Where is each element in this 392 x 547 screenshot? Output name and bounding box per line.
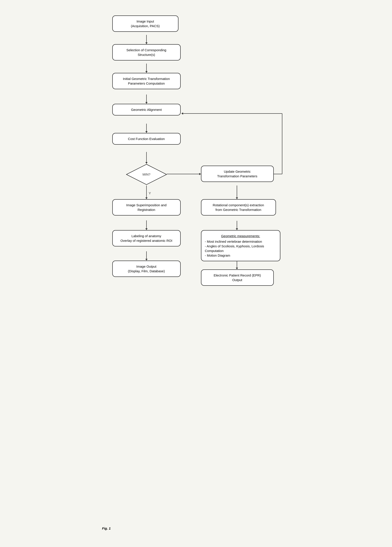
box-initial-geo: Initial Geometric Transformation Paramet… (112, 73, 181, 89)
svg-marker-17 (145, 198, 148, 199)
box-geo-alignment-line1: Geometric Alignment (131, 108, 162, 111)
svg-marker-24 (236, 198, 238, 199)
svg-marker-26 (236, 228, 238, 230)
svg-marker-5 (145, 102, 148, 104)
svg-marker-20 (145, 228, 148, 230)
box-update-geo-line2: Transformation Parameters (217, 174, 257, 178)
box-epr-output: Electronic Patient Record (EPR) Output (201, 269, 274, 286)
svg-marker-1 (145, 42, 148, 44)
svg-text:Y: Y (149, 191, 151, 195)
svg-text:MIN?: MIN? (142, 172, 150, 176)
svg-marker-7 (145, 131, 148, 133)
box-selection: Selection of Corresponding Structure(s) (112, 44, 181, 61)
flowchart: Y Image Input (Acquisition, PACS) (101, 9, 291, 521)
box-rotational-line1: Rotational component(s) extraction (213, 203, 264, 207)
fig-caption: Fig. 1 (101, 526, 291, 530)
box-image-input: Image Input (Acquisition, PACS) (112, 15, 179, 32)
box-superimposition-line1: Image Superimposition and (126, 203, 166, 207)
box-image-input-line2: (Acquisition, PACS) (131, 24, 160, 28)
box-geo-measurements: Geometric measurements: - Most inclined … (201, 230, 280, 261)
box-geo-alignment: Geometric Alignment (112, 104, 181, 116)
box-image-output-line2: (Display, Film, Database) (128, 269, 165, 273)
box-selection-line2: Structure(s) (138, 53, 155, 56)
box-initial-geo-line1: Initial Geometric Transformation (123, 77, 170, 81)
box-geo-measurements-line0: Geometric measurements: (221, 234, 260, 238)
box-rotational-line2: from Geometric Transformation (216, 208, 261, 212)
svg-marker-22 (145, 259, 148, 260)
box-superimposition: Image Superimposition and Registration (112, 199, 181, 216)
box-initial-geo-line2: Parameters Computation (128, 82, 165, 85)
svg-marker-15 (181, 112, 183, 115)
svg-marker-28 (236, 268, 238, 269)
svg-marker-11 (199, 173, 201, 175)
diagram-container: Y Image Input (Acquisition, PACS) (101, 9, 291, 530)
box-rotational: Rotational component(s) extraction from … (201, 199, 276, 216)
box-cost-function: Cost Function Evaluation (112, 133, 181, 145)
box-labeling: Labeling of anatomy Overlay of registere… (112, 230, 181, 246)
box-update-geo: Update Geometric Transformation Paramete… (201, 166, 274, 182)
box-update-geo-line1: Update Geometric (224, 170, 251, 173)
box-image-output: Image Output (Display, Film, Database) (112, 260, 181, 277)
box-geo-measurements-line2: - Angles of Scoliosis, Kyphosis, Lordosi… (205, 244, 276, 253)
box-superimposition-line2: Registration (137, 208, 155, 212)
box-selection-line1: Selection of Corresponding (126, 48, 166, 52)
box-image-output-line1: Image Output (136, 265, 156, 268)
box-epr-output-line1: Electronic Patient Record (EPR) (213, 274, 261, 277)
box-geo-measurements-line1: - Most inclined vertebrae determination (205, 239, 276, 244)
box-labeling-line2: Overlay of registered anatomic ROI (120, 239, 172, 242)
diamond-min: MIN? (126, 164, 167, 185)
box-labeling-line1: Labeling of anatomy (132, 234, 161, 238)
box-cost-function-line1: Cost Function Evaluation (128, 137, 165, 141)
box-geo-measurements-line3: - Motion Diagram (205, 253, 276, 258)
box-epr-output-line2: Output (232, 278, 242, 282)
svg-marker-3 (145, 71, 148, 73)
fig-caption-text: Fig. 1 (102, 526, 111, 530)
box-image-input-line1: Image Input (137, 20, 154, 23)
